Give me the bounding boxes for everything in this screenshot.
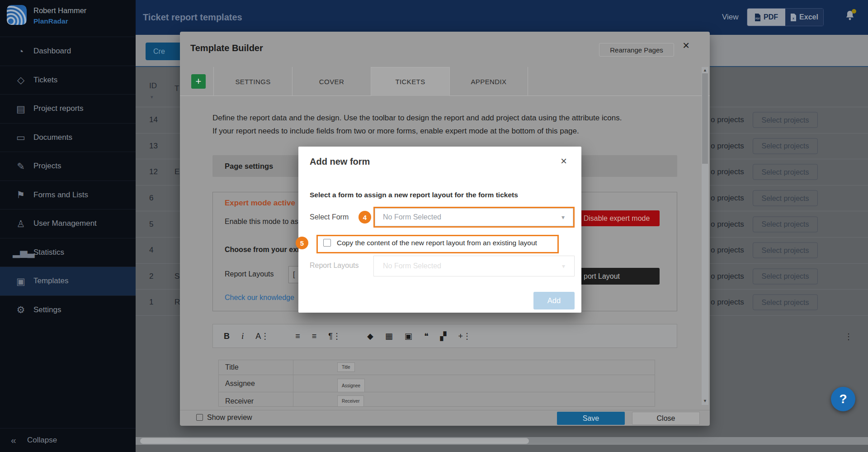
id-column-header[interactable]: ID <box>149 81 157 90</box>
sidebar-item[interactable]: ⚙ Settings <box>0 295 136 324</box>
report-attributes-table: Title Assignee Receiver Title Assignee R… <box>218 360 655 407</box>
attribute-chip[interactable]: Title <box>337 362 355 372</box>
select-projects-button[interactable]: Select projects <box>753 268 818 284</box>
row-id-cell: 1 <box>149 298 153 307</box>
add-form-tab-button[interactable]: + <box>191 74 206 89</box>
select-projects-button[interactable]: Select projects <box>753 138 818 154</box>
sidebar-item-label: Dashboard <box>33 47 71 56</box>
pdf-toggle-button[interactable]: PDF PDF <box>747 9 785 26</box>
vertical-scrollbar-thumb[interactable] <box>702 73 708 164</box>
row-projects-cell-partial: o projects <box>711 220 744 229</box>
row-projects-cell-partial: o projects <box>711 246 744 255</box>
dialog-close-icon[interactable]: × <box>561 155 567 167</box>
toolbar-icon[interactable]: ◆ <box>367 332 373 340</box>
sidebar-item-icon: ▣ <box>13 276 29 286</box>
pdf-file-icon: PDF <box>755 14 761 21</box>
dropdown-caret-icon: ▾ <box>561 214 565 221</box>
attribute-label: Title <box>225 363 239 371</box>
select-projects-button[interactable]: Select projects <box>753 295 818 310</box>
sidebar-item[interactable]: ▤ Project reports <box>0 94 136 123</box>
create-template-button[interactable]: Cre <box>146 43 182 60</box>
page-title: Ticket report templates <box>143 12 242 23</box>
toolbar-icon[interactable]: A⋮ <box>255 332 269 340</box>
sidebar-item[interactable]: ◔ Dashboard <box>0 37 136 66</box>
scroll-up-icon[interactable]: ▲ <box>703 68 707 72</box>
knowledge-base-link-partial[interactable]: Check our knowledge <box>225 294 294 302</box>
sidebar-item-icon: ◔ <box>13 47 29 56</box>
attribute-chip[interactable]: Assignee <box>337 379 365 392</box>
user-account[interactable]: Robert Hammer PlanRadar <box>0 0 136 37</box>
excel-toggle-button[interactable]: x Excel <box>785 9 823 26</box>
toolbar-icon[interactable]: B <box>224 332 230 340</box>
horizontal-scrollbar <box>136 437 868 445</box>
svg-text:x: x <box>793 17 794 20</box>
row-projects-cell-partial: o projects <box>711 298 744 307</box>
select-projects-button[interactable]: Select projects <box>753 216 818 232</box>
toolbar-icon[interactable]: ▞ <box>440 332 447 340</box>
attribute-row: Title <box>219 360 655 375</box>
select-projects-button[interactable]: Select projects <box>753 112 818 128</box>
sidebar-item-icon: ♙ <box>13 219 29 228</box>
show-preview-checkbox[interactable] <box>196 414 203 421</box>
sidebar-item-icon: ▂▅▃ <box>13 247 29 257</box>
sidebar-collapse[interactable]: « Collapse <box>0 428 136 452</box>
attribute-label: Assignee <box>225 380 255 388</box>
topbar: Ticket report templates View PDF PDF x E… <box>136 0 868 35</box>
add-form-button[interactable]: Add <box>533 292 575 309</box>
toolbar-overflow-icon[interactable]: ⋮ <box>844 332 853 342</box>
sidebar-item[interactable]: ✎ Projects <box>0 152 136 181</box>
sidebar-item-label: User Management <box>33 219 97 228</box>
expert-mode-description-partial: Enable this mode to as <box>225 218 298 226</box>
row-id-cell: 4 <box>149 246 153 255</box>
toolbar-icon[interactable]: ≡ <box>312 332 317 340</box>
select-projects-button[interactable]: Select projects <box>753 164 818 180</box>
modal-tab[interactable]: SETTINGS <box>213 67 292 96</box>
sidebar-item[interactable]: ♙ User Management <box>0 209 136 238</box>
attribute-chip[interactable]: Receiver <box>337 395 364 407</box>
copy-layout-checkbox[interactable] <box>323 239 331 247</box>
horizontal-scrollbar-thumb[interactable] <box>140 438 529 444</box>
disable-expert-mode-button[interactable]: Disable expert mode <box>574 210 660 226</box>
select-projects-button[interactable]: Select projects <box>753 190 818 206</box>
sidebar-item-icon: ▭ <box>13 133 29 142</box>
row-projects-cell-partial: o projects <box>711 194 744 203</box>
sort-descending-icon[interactable]: ▾ <box>151 94 153 100</box>
modal-tab[interactable]: TICKETS <box>371 67 449 96</box>
sidebar-item[interactable]: ▣ Templates <box>0 266 136 295</box>
row-projects-cell-partial: o projects <box>711 167 744 176</box>
sidebar-item[interactable]: ▂▅▃ Statistics <box>0 238 136 267</box>
modal-tab[interactable]: APPENDIX <box>449 67 528 96</box>
toolbar-icon[interactable]: i <box>241 332 244 340</box>
sidebar-item[interactable]: ⚑ Forms and Lists <box>0 181 136 209</box>
toolbar-icon[interactable]: ▦ <box>385 332 393 340</box>
choose-existing-label-partial: Choose from your exis <box>225 246 303 254</box>
sidebar-item[interactable]: ◇ Tickets <box>0 66 136 95</box>
modal-tab[interactable]: COVER <box>292 67 371 96</box>
view-format-toggle: PDF PDF x Excel <box>747 8 824 26</box>
save-button[interactable]: Save <box>557 412 625 425</box>
select-form-label: Select Form <box>310 213 349 221</box>
step-5-badge: 5 <box>296 237 308 249</box>
row-id-cell: 12 <box>149 167 158 176</box>
toolbar-icon[interactable]: ¶⋮ <box>328 332 341 340</box>
select-projects-button[interactable]: Select projects <box>753 243 818 258</box>
sidebar-item-icon: ⚑ <box>13 190 29 200</box>
row-id-cell: 14 <box>149 115 158 124</box>
modal-vertical-scrollbar: ▲ ▼ <box>702 67 708 405</box>
sidebar-item-label: Settings <box>33 305 61 314</box>
sidebar-item[interactable]: ▭ Documents <box>0 123 136 152</box>
scroll-down-icon[interactable]: ▼ <box>703 399 707 403</box>
help-button[interactable]: ? <box>831 387 855 411</box>
report-layouts-label: Report Layouts <box>225 270 274 278</box>
row-projects-cell-partial: o projects <box>711 115 744 124</box>
toolbar-icon[interactable]: ▣ <box>405 332 412 340</box>
modal-close-icon[interactable]: × <box>683 38 689 52</box>
rearrange-pages-button[interactable]: Rearrange Pages <box>599 43 674 57</box>
toolbar-icon[interactable]: ❝ <box>424 332 429 340</box>
row-projects-cell-partial: o projects <box>711 272 744 281</box>
close-button[interactable]: Close <box>632 412 700 425</box>
toolbar-icon[interactable]: ≡ <box>295 332 300 340</box>
report-layouts-dropdown-value: No Form Selected <box>383 262 441 270</box>
toolbar-icon[interactable]: +⋮ <box>458 332 471 340</box>
select-form-dropdown[interactable]: No Form Selected ▾ <box>373 207 575 228</box>
